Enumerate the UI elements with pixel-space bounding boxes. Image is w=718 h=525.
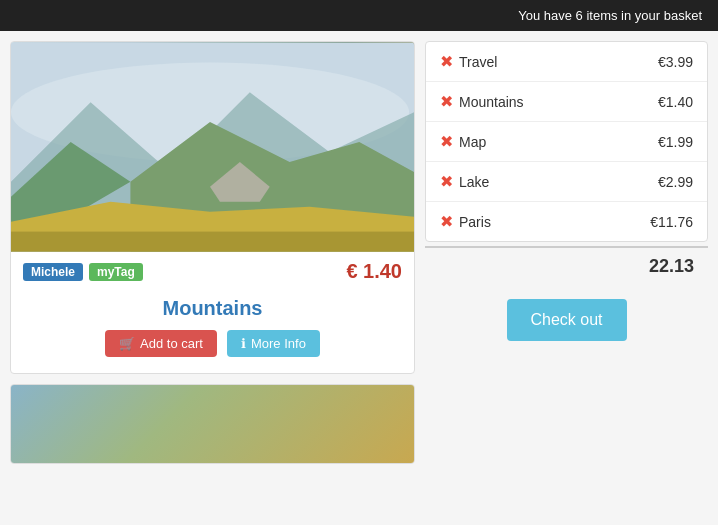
right-panel: ✖ Travel €3.99 ✖ Mountains €1.40 ✖ Map €…: [425, 41, 708, 464]
item-price-travel: €3.99: [658, 54, 693, 70]
product-price: € 1.40: [346, 260, 402, 283]
tag-michele: Michele: [23, 263, 83, 281]
cart-icon: 🛒: [119, 336, 135, 351]
remove-icon-map[interactable]: ✖: [440, 132, 453, 151]
product-card-small: [10, 384, 415, 464]
remove-icon-paris[interactable]: ✖: [440, 212, 453, 231]
basket-item-travel: ✖ Travel €3.99: [426, 42, 707, 82]
item-price-paris: €11.76: [650, 214, 693, 230]
item-price-map: €1.99: [658, 134, 693, 150]
basket-item-paris: ✖ Paris €11.76: [426, 202, 707, 241]
total-value: 22.13: [649, 256, 694, 276]
basket-message: You have 6 items in your basket: [518, 8, 702, 23]
small-product-image: [11, 385, 414, 463]
top-bar: You have 6 items in your basket: [0, 0, 718, 31]
product-meta: Michele myTag € 1.40: [11, 252, 414, 291]
checkout-button[interactable]: Check out: [507, 299, 627, 341]
remove-icon-travel[interactable]: ✖: [440, 52, 453, 71]
item-name-map: Map: [459, 134, 486, 150]
remove-icon-mountains[interactable]: ✖: [440, 92, 453, 111]
add-to-cart-label: Add to cart: [140, 336, 203, 351]
product-card: Michele myTag € 1.40 Mountains 🛒 Add to …: [10, 41, 415, 374]
item-name-paris: Paris: [459, 214, 491, 230]
info-icon: ℹ: [241, 336, 246, 351]
left-panel: Michele myTag € 1.40 Mountains 🛒 Add to …: [10, 41, 415, 464]
basket-item-mountains: ✖ Mountains €1.40: [426, 82, 707, 122]
basket-list: ✖ Travel €3.99 ✖ Mountains €1.40 ✖ Map €…: [425, 41, 708, 242]
more-info-button[interactable]: ℹ More Info: [227, 330, 320, 357]
product-tags: Michele myTag: [23, 263, 143, 281]
item-name-travel: Travel: [459, 54, 497, 70]
product-actions: 🛒 Add to cart ℹ More Info: [11, 330, 414, 357]
add-to-cart-button[interactable]: 🛒 Add to cart: [105, 330, 217, 357]
more-info-label: More Info: [251, 336, 306, 351]
basket-item-map: ✖ Map €1.99: [426, 122, 707, 162]
item-price-lake: €2.99: [658, 174, 693, 190]
product-title: Mountains: [11, 297, 414, 320]
tag-mytag: myTag: [89, 263, 143, 281]
svg-rect-7: [11, 232, 414, 252]
basket-total: 22.13: [425, 246, 708, 285]
item-name-mountains: Mountains: [459, 94, 524, 110]
product-image: [11, 42, 414, 252]
remove-icon-lake[interactable]: ✖: [440, 172, 453, 191]
item-price-mountains: €1.40: [658, 94, 693, 110]
item-name-lake: Lake: [459, 174, 489, 190]
basket-item-lake: ✖ Lake €2.99: [426, 162, 707, 202]
